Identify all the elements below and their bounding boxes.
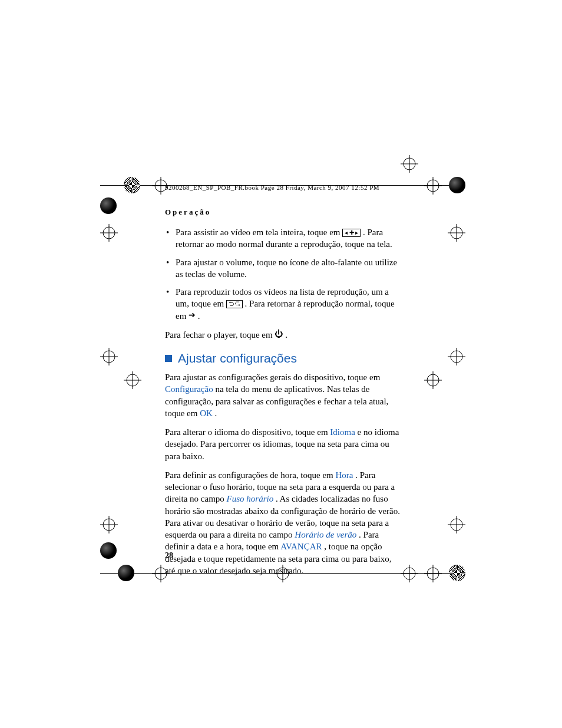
black-dot-icon	[118, 565, 134, 581]
registration-mark-icon	[124, 371, 141, 389]
body-paragraph: Para alterar o idioma do dispositivo, to…	[165, 426, 401, 462]
registration-mark-icon	[448, 516, 465, 533]
body-paragraph: Para fechar o player, toque em ⏻ .	[165, 329, 401, 341]
body-text: .	[198, 311, 200, 321]
section-heading: Ajustar configurações	[165, 351, 401, 365]
registration-mark-icon	[100, 516, 118, 533]
ui-reference-link: Idioma	[330, 427, 355, 437]
ui-reference-link: AVANÇAR	[280, 542, 322, 551]
body-text: Para alterar o idioma do dispositivo, to…	[165, 427, 330, 437]
body-text: Para fechar o player, toque em	[165, 330, 275, 340]
registration-mark-icon	[448, 348, 465, 365]
hatch-dot-icon	[449, 565, 465, 581]
black-dot-icon	[449, 177, 465, 193]
heading-text: Ajustar configurações	[178, 351, 297, 365]
list-item: Para reproduzir todos os vídeos na lista…	[165, 286, 401, 322]
registration-mark-icon	[401, 565, 418, 582]
registration-mark-icon	[448, 224, 465, 242]
arrow-right-icon: ➔	[189, 312, 196, 320]
heading-bullet-icon	[165, 355, 172, 362]
body-text: Para definir as configurações de hora, t…	[165, 470, 335, 480]
registration-mark-icon	[424, 371, 442, 389]
black-dot-icon	[100, 542, 117, 559]
body-text: Para ajustar o volume, toque no ícone de…	[176, 258, 397, 279]
bullet-list: Para assistir ao vídeo em tela inteira, …	[165, 226, 401, 322]
ui-reference-link: Hora	[335, 470, 353, 480]
section-header: Operação	[165, 207, 401, 217]
black-dot-icon	[100, 197, 117, 214]
registration-mark-icon	[424, 177, 442, 195]
ui-reference-link: Fuso horário	[227, 494, 274, 503]
registration-mark-icon	[100, 224, 118, 242]
registration-mark-icon	[401, 155, 418, 173]
ui-reference-link: OK	[200, 409, 213, 418]
body-text: .	[215, 409, 217, 418]
loop-icon: ⮌⮎	[226, 300, 243, 308]
body-paragraph: Para ajustar as configurações gerais do …	[165, 371, 401, 419]
body-text: Para ajustar as configurações gerais do …	[165, 373, 380, 382]
body-text: .	[285, 330, 287, 340]
fullscreen-icon: ◂ ✚ ▸	[342, 229, 361, 237]
ui-reference-link: Configuração	[165, 384, 213, 394]
body-paragraph: Para definir as configurações de hora, t…	[165, 469, 401, 577]
power-icon: ⏻	[275, 331, 283, 339]
hatch-dot-icon	[124, 177, 140, 193]
list-item: Para ajustar o volume, toque no ícone de…	[165, 256, 401, 281]
page-number: 28	[165, 551, 173, 561]
page-content: 9200268_EN_SP_POB_FR.book Page 28 Friday…	[165, 184, 401, 584]
ui-reference-link: Horário de verão	[295, 530, 356, 539]
list-item: Para assistir ao vídeo em tela inteira, …	[165, 226, 401, 251]
registration-mark-icon	[424, 565, 442, 582]
registration-mark-icon	[100, 348, 118, 365]
running-head: 9200268_EN_SP_POB_FR.book Page 28 Friday…	[165, 184, 401, 191]
body-text: Para assistir ao vídeo em tela inteira, …	[176, 228, 342, 237]
